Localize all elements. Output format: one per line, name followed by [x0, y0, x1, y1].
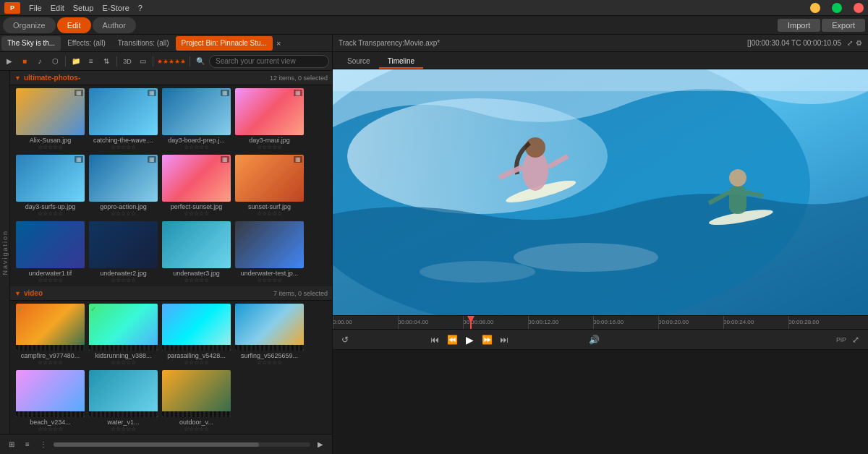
- search-input[interactable]: [209, 55, 329, 68]
- svg-point-10: [729, 169, 746, 187]
- list-item[interactable]: ✓ campfire_v977480... ☆☆☆☆☆: [16, 304, 85, 366]
- menu-help[interactable]: ?: [138, 4, 142, 12]
- icon-music[interactable]: ♪: [33, 55, 46, 68]
- icon-more[interactable]: ⋮: [38, 439, 49, 450]
- svg-rect-15: [333, 69, 868, 91]
- icon-settings[interactable]: ⚙: [856, 39, 862, 47]
- subtab-project[interactable]: Project Bin: Pinnacle Stu...: [176, 36, 273, 51]
- tab-timeline[interactable]: Timeline: [379, 55, 423, 69]
- section-video: ▼ video 7 items, 0 selected: [10, 286, 332, 301]
- file-browser: Navigation ▼ ultimate-photos- 12 items, …: [0, 71, 332, 434]
- pip-label: PiP: [836, 336, 846, 343]
- sep1: [65, 56, 66, 67]
- btn-fullscreen[interactable]: ⤢: [849, 333, 862, 346]
- photos-grid: ▦ Alix-Susan.jpg ☆☆☆☆☆ ▦ catching-the-wa…: [10, 85, 332, 286]
- ruler-mark-2: 00:00:08.00: [463, 319, 493, 325]
- video-preview: [333, 69, 868, 315]
- btn-skip-end[interactable]: ⏭: [498, 333, 511, 346]
- btn-skip-start[interactable]: ⏮: [428, 333, 441, 346]
- list-item[interactable]: parasailing_v5428... ☆☆☆☆☆: [162, 304, 231, 366]
- list-item[interactable]: underwater1.tif ☆☆☆☆☆: [16, 221, 85, 283]
- list-item[interactable]: water_v1... ☆☆☆☆☆: [89, 370, 158, 432]
- list-item[interactable]: ▦ Alix-Susan.jpg ☆☆☆☆☆: [16, 88, 85, 150]
- section-photos: ▼ ultimate-photos- 12 items, 0 selected: [10, 71, 332, 85]
- icon-list[interactable]: ≡: [85, 55, 98, 68]
- tab-source[interactable]: Source: [339, 55, 379, 69]
- subtab-close[interactable]: ×: [276, 39, 281, 48]
- tab-author[interactable]: Author: [93, 17, 136, 33]
- icon-display[interactable]: ▭: [136, 55, 149, 68]
- icon-export-screen[interactable]: ⤢: [847, 39, 853, 47]
- list-item[interactable]: ✓ kidsrunning_v388... ☆☆☆☆☆: [89, 304, 158, 366]
- subtab-transitions[interactable]: Transitions: (all): [112, 36, 175, 51]
- icon-grid[interactable]: ⊞: [6, 439, 17, 450]
- ruler-mark-0: 0:00.00: [333, 319, 352, 325]
- svg-point-13: [514, 243, 658, 272]
- ruler-mark-7: 00:00:28.00: [788, 319, 819, 325]
- sub-tabs: The Sky is th... Effects: (all) Transiti…: [0, 35, 332, 52]
- menu-edit[interactable]: Edit: [51, 4, 64, 12]
- list-item[interactable]: ▦ day3-surfs-up.jpg ☆☆☆☆☆: [16, 155, 85, 217]
- window-maximize[interactable]: [832, 3, 842, 13]
- subtab-sky[interactable]: The Sky is th...: [1, 36, 61, 51]
- btn-play[interactable]: ▶: [463, 333, 476, 346]
- right-panel: Track Transparency:Movie.axp* []00:00:30…: [333, 35, 868, 454]
- tab-organize[interactable]: Organize: [3, 17, 56, 33]
- tab-edit[interactable]: Edit: [57, 17, 91, 33]
- icon-3d[interactable]: 3D: [121, 55, 134, 68]
- tab-bar: Organize Edit Author Import Export: [0, 16, 868, 35]
- list-item[interactable]: underwater-test.jp... ☆☆☆☆☆: [235, 221, 304, 283]
- surf-image: [333, 69, 868, 315]
- list-item[interactable]: ▦ catching-the-wave.... ☆☆☆☆☆: [89, 88, 158, 150]
- horizontal-scrollbar[interactable]: [54, 442, 310, 447]
- icon-nav-right[interactable]: ▶: [315, 439, 326, 450]
- svg-point-5: [525, 137, 545, 158]
- nav-sidebar: Navigation: [0, 71, 10, 434]
- section-photos-arrow[interactable]: ▼: [14, 74, 21, 82]
- btn-next-frame[interactable]: ⏩: [480, 333, 493, 346]
- list-item[interactable]: beach_v234... ☆☆☆☆☆: [16, 370, 85, 432]
- section-photos-name: ultimate-photos-: [24, 74, 80, 82]
- list-item[interactable]: underwater3.jpg ☆☆☆☆☆: [162, 221, 231, 283]
- window-close[interactable]: [854, 3, 864, 13]
- timeline-ruler: 0:00.00 00:00:04.00 00:00:08.00 00:00:12…: [333, 315, 868, 330]
- bottom-controls: ⊞ ≡ ⋮ ▶: [0, 434, 332, 454]
- btn-prev-frame[interactable]: ⏪: [446, 333, 459, 346]
- list-item[interactable]: ▦ perfect-sunset.jpg ☆☆☆☆☆: [162, 155, 231, 217]
- icon-orange[interactable]: ■: [18, 55, 31, 68]
- icon-menu1[interactable]: ⬡: [48, 55, 61, 68]
- tab-import[interactable]: Import: [778, 19, 820, 32]
- timecode-display: []00:00:30.04 TC 00:00:10.05: [747, 39, 841, 47]
- subtab-effects[interactable]: Effects: (all): [61, 36, 111, 51]
- sep3: [153, 56, 153, 67]
- playback-controls: ↺ ⏮ ⏪ ▶ ⏩ ⏭ 🔊 PiP ⤢: [333, 330, 868, 350]
- list-item[interactable]: ▦ gopro-action.jpg ☆☆☆☆☆: [89, 155, 158, 217]
- icon-sort[interactable]: ⇅: [100, 55, 113, 68]
- window-minimize[interactable]: [810, 3, 820, 13]
- source-timeline-tabs: Source Timeline: [333, 52, 868, 69]
- list-item[interactable]: surfing_v5625659... ☆☆☆☆☆: [235, 304, 304, 366]
- menu-estore[interactable]: E-Store: [102, 4, 129, 12]
- section-video-count: 7 items, 0 selected: [46, 290, 328, 297]
- tab-export[interactable]: Export: [822, 19, 865, 32]
- section-video-arrow[interactable]: ▼: [14, 290, 21, 297]
- icon-folder[interactable]: 📁: [69, 55, 82, 68]
- list-item[interactable]: underwater2.jpg ☆☆☆☆☆: [89, 221, 158, 283]
- list-item[interactable]: ▦ sunset-surf.jpg ☆☆☆☆☆: [235, 155, 304, 217]
- svg-point-14: [420, 261, 535, 283]
- icon-search[interactable]: 🔍: [194, 55, 207, 68]
- btn-volume[interactable]: 🔊: [587, 333, 600, 346]
- video-grid: ✓ campfire_v977480... ☆☆☆☆☆ ✓ kidsrunnin…: [10, 301, 332, 434]
- list-item[interactable]: ▦ day3-maui.jpg ☆☆☆☆☆: [235, 88, 304, 150]
- list-item[interactable]: ▦ day3-board-prep.j... ☆☆☆☆☆: [162, 88, 231, 150]
- section-photos-count: 12 items, 0 selected: [83, 74, 328, 82]
- ruler-mark-4: 00:00:16.00: [593, 319, 624, 325]
- icon-cursor[interactable]: ▶: [3, 55, 16, 68]
- sep2: [116, 56, 117, 67]
- icon-list2[interactable]: ≡: [22, 439, 33, 450]
- right-top-bar: Track Transparency:Movie.axp* []00:00:30…: [333, 35, 868, 52]
- menu-file[interactable]: File: [29, 4, 42, 12]
- list-item[interactable]: outdoor_v... ☆☆☆☆☆: [162, 370, 231, 432]
- menu-setup[interactable]: Setup: [73, 4, 94, 12]
- btn-rewind[interactable]: ↺: [339, 333, 352, 346]
